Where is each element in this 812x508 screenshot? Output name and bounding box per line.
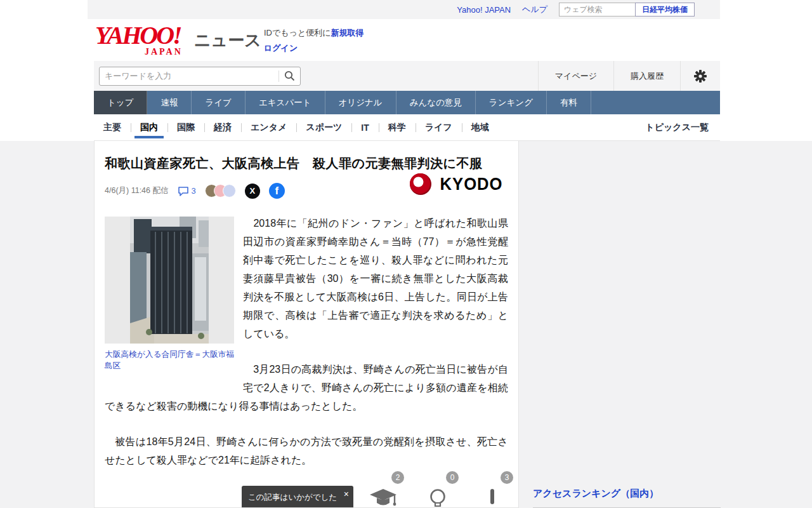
close-icon[interactable]: ×: [344, 487, 349, 502]
reaction-count-badge: 2: [391, 471, 404, 484]
reaction-count-badge: 3: [501, 471, 513, 484]
yahoo-japan-logo[interactable]: YAHOO! JAPAN: [95, 22, 190, 58]
avatar: [223, 184, 236, 197]
image-caption[interactable]: 大阪高検が入る合同庁舎＝大阪市福島区: [105, 349, 234, 371]
share-facebook-icon[interactable]: f: [269, 183, 285, 199]
article-title: 和歌山資産家死亡、大阪高検上告 殺人罪の元妻無罪判決に不服: [105, 155, 508, 172]
tab-live[interactable]: ライブ: [192, 91, 245, 114]
tab-expert[interactable]: エキスパート: [246, 91, 325, 114]
header-user-menu: マイページ 購入履歴: [538, 61, 720, 91]
tab-original[interactable]: オリジナル: [325, 91, 396, 114]
reaction-learned-button[interactable]: 2: [361, 471, 405, 508]
building-photo[interactable]: [105, 217, 234, 344]
reaction-new-perspective-button[interactable]: 3: [470, 471, 514, 508]
article-figure: 大阪高検が入る合同庁舎＝大阪市福島区: [105, 217, 234, 371]
web-search-group: 日経平均株価: [559, 3, 695, 17]
comments-link[interactable]: 3: [178, 186, 196, 196]
category-it[interactable]: IT: [351, 114, 378, 140]
keyword-search-input[interactable]: [105, 71, 278, 81]
nikkei-average-button[interactable]: 日経平均株価: [635, 3, 695, 17]
comment-bubble-icon: [178, 186, 189, 196]
share-x-icon[interactable]: X: [245, 184, 260, 199]
article-card: 和歌山資産家死亡、大阪高検上告 殺人罪の元妻無罪判決に不服 4/6(月) 11:…: [94, 141, 519, 508]
search-divider: [278, 70, 279, 82]
signup-link[interactable]: 新規取得: [331, 28, 364, 37]
gear-icon: [693, 69, 707, 83]
tab-paid[interactable]: 有料: [547, 91, 591, 114]
reaction-clear-button[interactable]: 0: [416, 471, 460, 508]
provider-name: KYODO: [440, 175, 503, 194]
yahoo-news-page: Yahoo! JAPAN ヘルプ 日経平均株価 YAHOO! JAPAN ニュー…: [0, 0, 812, 508]
category-economy[interactable]: 経済: [204, 114, 241, 140]
publish-date: 4/6(月) 11:46 配信: [105, 185, 169, 196]
id-promo-block: IDでもっと便利に新規取得 ログイン: [264, 27, 364, 54]
comment-count: 3: [192, 186, 196, 196]
help-link[interactable]: ヘルプ: [522, 4, 547, 15]
category-entertainment[interactable]: エンタメ: [241, 114, 296, 140]
kyodo-emblem-icon: [409, 173, 432, 196]
top-utility-bar: Yahoo! JAPAN ヘルプ 日経平均株価: [88, 0, 720, 19]
commenter-avatars[interactable]: [205, 184, 236, 197]
lightbulb-icon: [428, 488, 447, 508]
main-navigation: トップ 速報 ライブ エキスパート オリジナル みんなの意見 ランキング 有料: [94, 91, 720, 114]
web-search-input[interactable]: [559, 3, 635, 17]
article-body: 大阪高検が入る合同庁舎＝大阪市福島区 2018年に「紀州のドン・ファン」と呼ばれ…: [105, 214, 508, 469]
keyword-search-box: [99, 67, 301, 86]
tab-ranking[interactable]: ランキング: [476, 91, 547, 114]
provider-logo[interactable]: KYODO: [409, 173, 504, 196]
category-domestic[interactable]: 国内: [131, 114, 167, 140]
purchase-history-link[interactable]: 購入履歴: [613, 61, 680, 91]
feedback-tooltip-line1: この記事はいかがでしたか？: [248, 493, 337, 508]
tab-opinions[interactable]: みんなの意見: [396, 91, 476, 114]
graduation-cap-icon: [369, 488, 398, 508]
article-paragraph: 被告は18年5月24日、野崎さんに何らかの方法で致死量の覚醒剤を摂取させ、死亡さ…: [105, 432, 508, 469]
category-world[interactable]: 国際: [167, 114, 204, 140]
category-life[interactable]: ライフ: [416, 114, 462, 140]
reaction-bar: 2 0: [361, 471, 514, 508]
search-icon[interactable]: [284, 70, 295, 81]
exclamation-icon: [488, 488, 496, 508]
category-region[interactable]: 地域: [462, 114, 499, 140]
access-ranking-title[interactable]: アクセスランキング（国内）: [533, 488, 721, 508]
id-promo-text: IDでもっと便利に: [264, 28, 331, 37]
site-header: YAHOO! JAPAN ニュース IDでもっと便利に新規取得 ログイン: [94, 19, 720, 61]
category-sports[interactable]: スポーツ: [296, 114, 351, 140]
feedback-tooltip: この記事はいかがでしたか？ リアクションで応援しよう ×: [242, 486, 353, 508]
yahoo-logo-japan-text: JAPAN: [145, 47, 183, 57]
keyword-search-row: マイページ 購入履歴: [94, 61, 720, 91]
mypage-link[interactable]: マイページ: [538, 61, 613, 91]
tab-top[interactable]: トップ: [94, 91, 147, 114]
news-service-title[interactable]: ニュース: [194, 29, 261, 51]
login-link[interactable]: ログイン: [264, 42, 364, 55]
settings-button[interactable]: [680, 61, 720, 91]
yahoo-japan-link[interactable]: Yahoo! JAPAN: [457, 5, 511, 15]
tab-flash[interactable]: 速報: [147, 91, 192, 114]
category-navigation: 主要 国内 国際 経済 エンタメ スポーツ IT 科学 ライフ 地域 トピックス…: [94, 114, 720, 141]
topics-list-link[interactable]: トピックス一覧: [645, 122, 720, 133]
yahoo-logo-text: YAHOO!: [95, 22, 190, 50]
reaction-count-badge: 0: [446, 471, 459, 484]
category-science[interactable]: 科学: [379, 114, 416, 140]
category-main[interactable]: 主要: [94, 114, 131, 140]
